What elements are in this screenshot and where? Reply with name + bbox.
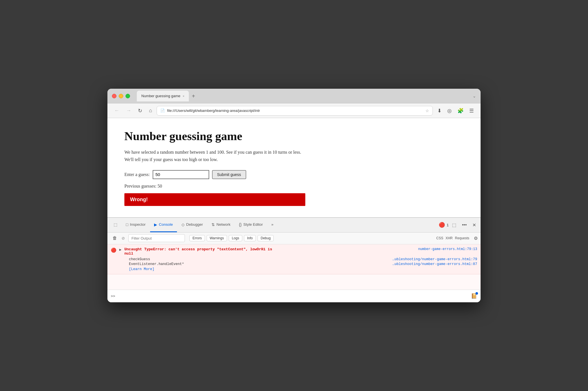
home-icon: ⌂ bbox=[149, 108, 152, 114]
devtools-tab-network[interactable]: ⇅ Network bbox=[207, 218, 235, 232]
debugger-label: Debugger bbox=[186, 222, 203, 227]
maximize-button[interactable] bbox=[126, 94, 130, 98]
toolbar-right: ⬇ ◎ 🧩 ☰ bbox=[435, 106, 476, 116]
stack-file-link-1[interactable]: …ubleshooting/number-game-errors.html:79 bbox=[392, 257, 477, 261]
errors-filter-button[interactable]: Errors bbox=[189, 235, 205, 241]
picker-icon: ⬚ bbox=[114, 222, 117, 227]
reload-icon: ↻ bbox=[138, 108, 142, 114]
info-filter-button[interactable]: Info bbox=[244, 235, 256, 241]
guess-form: Enter a guess: Submit guess bbox=[124, 170, 464, 179]
console-settings-button[interactable]: ⚙ bbox=[474, 236, 478, 241]
devtools-tab-picker[interactable]: ⬚ bbox=[110, 218, 121, 232]
home-button[interactable]: ⌂ bbox=[147, 106, 154, 115]
error-file-link[interactable]: number-game-errors.html:79:13 bbox=[418, 247, 477, 251]
tab-title: Number guessing game bbox=[141, 94, 180, 98]
responsive-icon: ⬚ bbox=[452, 222, 456, 228]
stack-file-link-2[interactable]: …ubleshooting/number-game-errors.html:87 bbox=[392, 262, 477, 266]
close-button[interactable] bbox=[112, 94, 116, 98]
console-right-tags: CSS XHR Requests ⚙ bbox=[436, 236, 478, 241]
learn-more-link[interactable]: [Learn More] bbox=[129, 267, 477, 271]
devtools-tab-inspector[interactable]: □ Inspector bbox=[122, 218, 150, 232]
console-input-line: >> 📔 bbox=[107, 290, 481, 302]
traffic-lights bbox=[112, 94, 130, 98]
browser-tab[interactable]: Number guessing game × bbox=[137, 91, 189, 101]
logs-filter-button[interactable]: Logs bbox=[229, 235, 242, 241]
more-tabs-icon: » bbox=[271, 222, 274, 227]
address-url: file:///Users/will/git/wbamberg/learning… bbox=[167, 108, 423, 113]
requests-filter-toggle[interactable]: Requests bbox=[455, 236, 469, 240]
clear-console-button[interactable]: 🗑 bbox=[110, 234, 119, 242]
close-icon: ✕ bbox=[472, 222, 476, 228]
network-icon: ⇅ bbox=[211, 222, 215, 227]
console-icon: ▶ bbox=[154, 222, 157, 227]
page-icon: 📄 bbox=[160, 108, 165, 113]
xhr-filter-toggle[interactable]: XHR bbox=[446, 236, 453, 240]
filter-tags: Errors Warnings Logs Info Debug bbox=[189, 235, 274, 241]
devtools-tab-style-editor[interactable]: {} Style Editor bbox=[235, 218, 267, 232]
game-title: Number guessing game bbox=[124, 129, 464, 143]
console-input[interactable] bbox=[118, 293, 469, 299]
browser-window: Number guessing game × + ⌄ ← → ↻ ⌂ 📄 fil… bbox=[107, 89, 481, 302]
console-label: Console bbox=[159, 222, 173, 227]
forward-icon: → bbox=[126, 108, 131, 114]
game-description: We have selected a random number between… bbox=[124, 149, 305, 163]
page-content: Number guessing game We have selected a … bbox=[107, 118, 481, 217]
rss-button[interactable]: ◎ bbox=[445, 106, 454, 116]
css-filter-toggle[interactable]: CSS bbox=[436, 236, 443, 240]
console-messages: 🔴 ▶ Uncaught TypeError: can't access pro… bbox=[107, 244, 481, 290]
error-stack: checkGuess …ubleshooting/number-game-err… bbox=[124, 257, 477, 271]
forward-button[interactable]: → bbox=[124, 106, 133, 115]
download-button[interactable]: ⬇ bbox=[435, 106, 444, 116]
back-button[interactable]: ← bbox=[112, 106, 122, 115]
devtools-tab-debugger[interactable]: ◇ Debugger bbox=[178, 218, 207, 232]
trash-icon: 🗑 bbox=[113, 236, 117, 240]
extensions-icon: 🧩 bbox=[457, 108, 464, 114]
submit-guess-button[interactable]: Submit guess bbox=[212, 170, 246, 179]
previous-guesses: Previous guesses: 50 bbox=[124, 184, 464, 189]
menu-button[interactable]: ☰ bbox=[467, 106, 476, 116]
stack-func-1: checkGuess bbox=[129, 257, 150, 261]
style-editor-label: Style Editor bbox=[243, 222, 263, 227]
tab-close-button[interactable]: × bbox=[183, 94, 184, 98]
new-tab-button[interactable]: + bbox=[189, 93, 198, 99]
address-bar[interactable]: 📄 file:///Users/will/git/wbamberg/learni… bbox=[157, 106, 433, 116]
filter-output-input[interactable] bbox=[128, 234, 185, 242]
wrong-banner: Wrong! bbox=[124, 193, 305, 206]
more-options-icon: ••• bbox=[462, 222, 467, 227]
back-icon: ← bbox=[114, 108, 119, 114]
console-toolbar: 🗑 ⊘ Errors Warnings Logs Info Debug CSS … bbox=[107, 233, 481, 244]
network-label: Network bbox=[217, 222, 231, 227]
stack-line-2: EventListener.handleEvent* …ubleshooting… bbox=[129, 262, 477, 266]
devtools-close-button[interactable]: ✕ bbox=[470, 221, 478, 229]
console-error-entry: 🔴 ▶ Uncaught TypeError: can't access pro… bbox=[107, 244, 481, 274]
minimize-button[interactable] bbox=[119, 94, 123, 98]
error-text: Uncaught TypeError: can't access propert… bbox=[124, 247, 412, 256]
warnings-filter-button[interactable]: Warnings bbox=[207, 235, 227, 241]
debug-filter-button[interactable]: Debug bbox=[258, 235, 274, 241]
reload-button[interactable]: ↻ bbox=[136, 106, 144, 116]
error-status-icon: 🔴 bbox=[439, 222, 445, 228]
devtools-more-button[interactable]: ••• bbox=[460, 221, 469, 229]
download-icon: ⬇ bbox=[437, 108, 442, 114]
inspector-icon: □ bbox=[126, 222, 128, 227]
devtools-toolbar: ⬚ □ Inspector ▶ Console ◇ Debugger ⇅ Net… bbox=[107, 218, 481, 233]
title-bar: Number guessing game × + ⌄ bbox=[107, 89, 481, 103]
devtools-panel: ⬚ □ Inspector ▶ Console ◇ Debugger ⇅ Net… bbox=[107, 217, 481, 302]
expand-error-button[interactable]: ▶ bbox=[119, 248, 122, 251]
guess-input[interactable] bbox=[153, 170, 209, 179]
responsive-design-button[interactable]: ⬚ bbox=[450, 221, 459, 229]
tabs-chevron-icon[interactable]: ⌄ bbox=[473, 94, 476, 98]
notebook-button[interactable]: 📔 bbox=[471, 293, 477, 299]
tab-bar: Number guessing game × + bbox=[137, 91, 469, 101]
bookmark-icon[interactable]: ☆ bbox=[425, 108, 429, 113]
browser-toolbar: ← → ↻ ⌂ 📄 file:///Users/will/git/wbamber… bbox=[107, 103, 481, 118]
error-circle-icon: 🔴 bbox=[111, 247, 116, 253]
stack-line-1: checkGuess …ubleshooting/number-game-err… bbox=[129, 257, 477, 261]
devtools-tab-console[interactable]: ▶ Console bbox=[150, 218, 177, 232]
rss-icon: ◎ bbox=[447, 108, 452, 114]
devtools-tab-more[interactable]: » bbox=[267, 218, 278, 232]
filter-icon: ⊘ bbox=[122, 236, 125, 240]
notebook-badge bbox=[475, 292, 478, 295]
devtools-right-actions: 🔴 1 ⬚ ••• ✕ bbox=[439, 218, 478, 232]
extensions-button[interactable]: 🧩 bbox=[455, 106, 466, 116]
